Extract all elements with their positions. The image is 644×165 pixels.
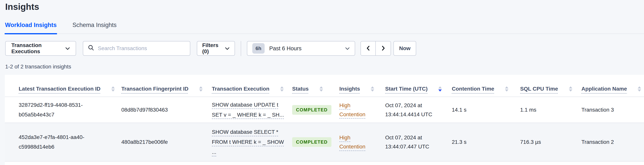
cell-sql-cpu-time: 716.3 µs [520, 123, 582, 161]
cell-transaction-execution: SHOW database UPDATE t SET v = _ WHERE k… [212, 97, 292, 123]
cell-start-time: Oct 07, 2024 at 13:44:14.4414 UTC [385, 97, 452, 123]
tab-workload-insights[interactable]: Workload Insights [4, 22, 57, 34]
cell-contention-time: 14.1 s [452, 97, 520, 123]
sort-arrows-icon[interactable] [199, 86, 202, 92]
cell-fingerprint-id: 480a8b217be006fe [121, 123, 212, 161]
column-header-latest-transaction-execution-id: Latest Transaction Execution ID [19, 86, 121, 97]
sort-arrows-icon-descending[interactable] [438, 86, 442, 92]
filters-button[interactable]: Filters (0) [197, 41, 235, 56]
time-pager [360, 41, 391, 56]
execution-type-dropdown[interactable]: Transaction Executions [5, 41, 76, 56]
sort-arrows-icon[interactable] [280, 86, 284, 92]
chevron-down-icon [65, 45, 70, 52]
tab-bar: Workload Insights Schema Insights [4, 22, 644, 34]
tab-schema-insights[interactable]: Schema Insights [72, 22, 117, 34]
chevron-down-icon [225, 45, 230, 52]
status-badge: COMPLETED [292, 105, 332, 115]
transaction-statement-link[interactable]: SHOW database SELECT * [212, 127, 278, 137]
search-box[interactable] [83, 41, 190, 56]
sort-arrows-icon[interactable] [371, 86, 374, 92]
time-range-picker[interactable]: 6h Past 6 Hours [247, 41, 355, 56]
toolbar-divider [241, 41, 241, 56]
status-badge: COMPLETED [292, 137, 332, 147]
table-row: 328729d2-ff19-4408-8531- b05a5b4e43c7 08… [5, 97, 644, 123]
table-header-row: Latest Transaction Execution ID Transact… [5, 75, 644, 97]
sort-arrows-icon[interactable] [505, 86, 508, 92]
cell-sql-cpu-time: 1.1 ms [520, 97, 582, 123]
page-title: Insights [5, 2, 39, 12]
search-icon [88, 45, 94, 52]
chevron-left-icon [366, 45, 371, 52]
transaction-statement-link[interactable]: SET v = _ WHERE k = _ SH... [212, 110, 284, 120]
high-contention-link[interactable]: High Contention [339, 133, 372, 151]
now-button-label: Now [399, 45, 410, 52]
cell-execution-id: 328729d2-ff19-4408-8531- b05a5b4e43c7 [19, 97, 121, 123]
time-range-badge: 6h [252, 43, 264, 54]
cell-contention-time: 21.3 s [452, 123, 520, 161]
execution-type-dropdown-label: Transaction Executions [11, 42, 65, 55]
previous-time-range-button[interactable] [361, 42, 376, 55]
column-header-contention-time: Contention Time [452, 86, 520, 97]
column-header-sql-cpu-time: SQL CPU Time [520, 86, 582, 97]
column-header-transaction-fingerprint-id: Transaction Fingerprint ID [121, 86, 212, 97]
column-header-insights: Insights [339, 86, 385, 97]
table-row: 452da3e7-e7fa-4801-aa40- c59988d14eb6 48… [5, 123, 644, 161]
cell-application-name: Transaction 2 [582, 123, 644, 161]
column-header-application-name: Application Name [582, 86, 644, 97]
transaction-statement-link[interactable]: ... [212, 147, 216, 157]
sort-arrows-icon[interactable] [569, 86, 572, 92]
cell-execution-id: 452da3e7-e7fa-4801-aa40- c59988d14eb6 [19, 123, 121, 161]
high-contention-link[interactable]: High Contention [339, 101, 372, 119]
chevron-down-icon [345, 45, 350, 52]
cell-insights: High Contention [339, 123, 385, 161]
column-header-start-time: Start Time (UTC) [385, 86, 452, 97]
column-header-transaction-execution: Transaction Execution [212, 86, 292, 97]
cell-status: COMPLETED [292, 97, 339, 123]
search-input[interactable] [98, 45, 185, 52]
cell-insights: High Contention [339, 97, 385, 123]
cell-application-name: Transaction 3 [582, 97, 644, 123]
toolbar: Transaction Executions Filters (0) 6h Pa… [0, 41, 644, 56]
column-header-status: Status [292, 86, 339, 97]
next-time-range-button[interactable] [376, 42, 390, 55]
filters-button-label: Filters (0) [202, 42, 225, 55]
chevron-right-icon [380, 45, 386, 52]
results-count: 1-2 of 2 transaction insights [5, 64, 71, 70]
now-button[interactable]: Now [394, 41, 416, 56]
cell-start-time: Oct 07, 2024 at 13:44:07.447 UTC [385, 123, 452, 161]
sort-arrows-icon[interactable] [320, 86, 323, 92]
cell-fingerprint-id: 08d8b7d97f830463 [121, 97, 212, 123]
insights-table: Latest Transaction Execution ID Transact… [5, 75, 644, 165]
transaction-statement-link[interactable]: SHOW database UPDATE t [212, 100, 278, 110]
sort-arrows-icon[interactable] [638, 86, 641, 92]
transaction-statement-link[interactable]: FROM t WHERE k = _ SHOW [212, 137, 284, 147]
sort-arrows-icon[interactable] [111, 86, 115, 92]
time-range-label: Past 6 Hours [269, 45, 302, 52]
cell-transaction-execution: SHOW database SELECT * FROM t WHERE k = … [212, 123, 292, 161]
cell-status: COMPLETED [292, 123, 339, 161]
